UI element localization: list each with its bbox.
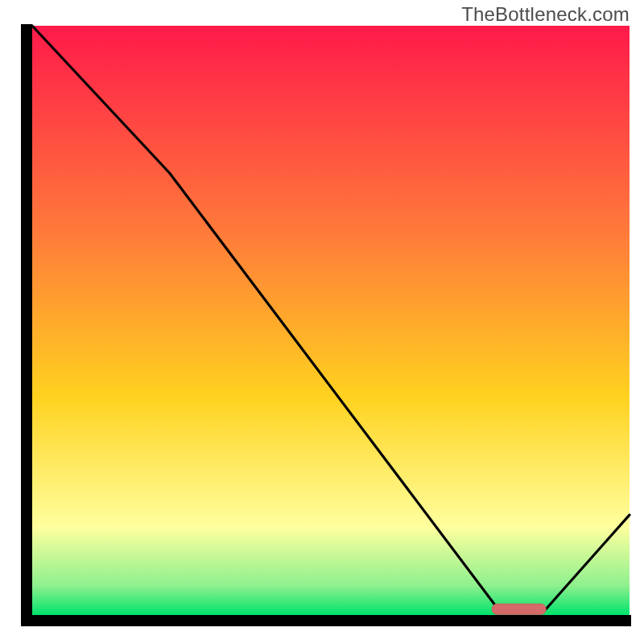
- plot-background: [32, 26, 630, 615]
- chart-container: { "watermark": "TheBottleneck.com", "col…: [0, 0, 644, 644]
- optimal-marker: [492, 604, 546, 614]
- chart-svg: [0, 0, 644, 644]
